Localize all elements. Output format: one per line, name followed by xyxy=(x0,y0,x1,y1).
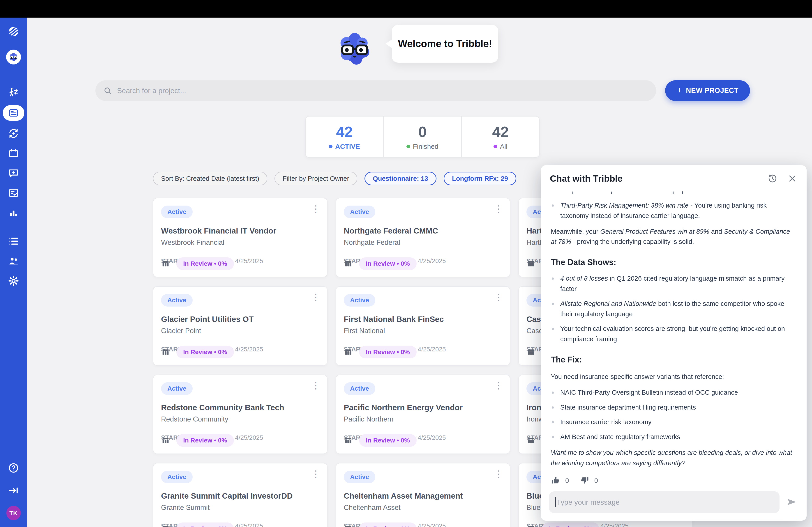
project-search-box[interactable] xyxy=(96,80,656,101)
sidebar-item-chat-ai[interactable] xyxy=(6,166,21,180)
table-icon xyxy=(161,259,170,268)
mascot-avatar[interactable] xyxy=(6,49,21,64)
table-icon xyxy=(344,436,353,445)
project-client: Granite Summit xyxy=(161,503,319,512)
review-status-badge: In Review • 0% xyxy=(176,434,234,447)
sidebar-item-projects-active[interactable] xyxy=(3,105,24,121)
project-card[interactable]: Active ⋮ First National Bank FinSec Firs… xyxy=(336,286,510,366)
chat-close-icon[interactable] xyxy=(787,174,798,184)
status-badge: Active xyxy=(344,471,375,483)
sidebar-item-list[interactable] xyxy=(6,234,21,249)
table-icon xyxy=(526,524,535,527)
project-title: Granite Summit Capital InvestorDD xyxy=(161,492,319,500)
project-card[interactable]: Active ⋮ Redstone Community Bank Tech Re… xyxy=(153,375,328,454)
card-menu-icon[interactable]: ⋮ xyxy=(311,471,320,477)
chat-input-box[interactable] xyxy=(549,492,780,513)
filter-bar: Sort By: Created Date (latest first) Fil… xyxy=(153,172,516,185)
stat-finished[interactable]: 0 Finished xyxy=(383,117,461,157)
chat-history-icon[interactable] xyxy=(767,174,777,184)
welcome-bubble: Welcome to Tribble! xyxy=(392,25,498,63)
sidebar: TK xyxy=(0,18,27,527)
project-title: Cheltenham Asset Management xyxy=(344,492,502,500)
status-badge: Active xyxy=(161,471,193,483)
questionnaire-chip[interactable]: Questionnaire: 13 xyxy=(364,172,436,185)
sign-out-icon[interactable] xyxy=(6,483,21,498)
chat-bullet-item: 4 out of 8 losses in Q1 2026 cited regul… xyxy=(551,273,794,294)
user-avatar[interactable]: TK xyxy=(6,506,21,520)
message-feedback: 0 0 xyxy=(551,474,794,485)
project-card[interactable]: Active ⋮ Northgate Federal CMMC Northgat… xyxy=(336,198,510,277)
review-status-badge: In Review • 0% xyxy=(176,523,234,527)
project-card[interactable]: Active ⋮ Cheltenham Asset Management Che… xyxy=(336,463,510,527)
finished-count: 0 xyxy=(418,123,427,140)
project-client: Glacier Point xyxy=(161,327,319,335)
sidebar-item-users[interactable] xyxy=(6,254,21,268)
sidebar-item-sync[interactable] xyxy=(6,126,21,141)
active-dot xyxy=(329,145,332,148)
review-status-badge: In Review • 0% xyxy=(359,346,417,358)
project-title: Northgate Federal CMMC xyxy=(344,226,502,235)
all-dot xyxy=(494,145,497,148)
project-client: Westbrook Financial xyxy=(161,239,319,246)
chat-bullet-item: Third-Party Risk Management: 38% win rat… xyxy=(551,200,794,221)
status-badge: Active xyxy=(344,382,375,395)
project-card[interactable]: Active ⋮ Glacier Point Utilities OT Glac… xyxy=(153,286,328,366)
thumbs-down-icon[interactable] xyxy=(580,476,589,485)
status-badge: Active xyxy=(344,294,375,306)
search-input[interactable] xyxy=(117,87,613,95)
chat-message-input[interactable] xyxy=(557,498,766,507)
scrolled-text-fragment xyxy=(551,191,794,195)
review-status-badge: In Review • 0% xyxy=(359,257,417,270)
new-project-button[interactable]: + NEW PROJECT xyxy=(665,80,750,101)
review-status-badge: In Review • 0% xyxy=(359,523,417,527)
stat-all[interactable]: 42 All xyxy=(461,117,539,157)
review-status-badge: In Review • 0% xyxy=(176,346,234,358)
status-badge: Active xyxy=(344,206,375,218)
chat-input-bar xyxy=(541,485,807,521)
filter-owner-chip[interactable]: Filter by Project Owner xyxy=(275,172,357,185)
project-card[interactable]: Active ⋮ Pacific Northern Energy Vendor … xyxy=(336,375,510,454)
project-title: Redstone Community Bank Tech xyxy=(161,403,319,412)
project-card[interactable]: Active ⋮ Granite Summit Capital Investor… xyxy=(153,463,328,527)
chat-bullet-item: Allstate Regional and Nationwide both lo… xyxy=(551,299,794,319)
chat-title: Chat with Tribble xyxy=(550,174,767,184)
sidebar-item-settings[interactable] xyxy=(6,274,21,288)
help-icon[interactable] xyxy=(6,461,21,475)
card-menu-icon[interactable]: ⋮ xyxy=(311,295,320,300)
sidebar-item-forms[interactable] xyxy=(6,186,21,200)
mascot-image xyxy=(334,28,376,70)
table-icon xyxy=(161,348,170,357)
project-client: Pacific Northern xyxy=(344,415,502,423)
status-badge: Active xyxy=(161,206,193,218)
thumbs-down-count: 0 xyxy=(594,475,598,485)
chat-bullet-item: Insurance carrier risk taxonomy xyxy=(551,417,794,427)
card-menu-icon[interactable]: ⋮ xyxy=(311,383,320,388)
thumbs-up-icon[interactable] xyxy=(551,476,560,485)
table-icon xyxy=(344,524,353,527)
project-card[interactable]: Active ⋮ Westbrook Financial IT Vendor W… xyxy=(153,198,328,277)
longform-rfx-chip[interactable]: Longform RFx: 29 xyxy=(444,172,516,185)
sidebar-item-analytics[interactable] xyxy=(6,206,21,220)
text-cursor xyxy=(555,497,556,507)
chat-message-area[interactable]: Third-Party Risk Management: 38% win rat… xyxy=(541,188,807,485)
card-menu-icon[interactable]: ⋮ xyxy=(494,383,503,388)
tribble-logo-icon[interactable] xyxy=(6,24,21,39)
review-status-badge: In Review • 0% xyxy=(542,523,599,527)
sort-by-chip[interactable]: Sort By: Created Date (latest first) xyxy=(153,172,267,185)
card-menu-icon[interactable]: ⋮ xyxy=(311,206,320,212)
sidebar-item-handoff[interactable] xyxy=(6,85,21,100)
card-menu-icon[interactable]: ⋮ xyxy=(494,206,503,212)
table-icon xyxy=(344,348,353,357)
send-message-button[interactable] xyxy=(786,496,798,509)
sidebar-item-calendar[interactable] xyxy=(6,146,21,161)
stat-active[interactable]: 42 ACTIVE xyxy=(306,117,383,157)
project-title: Pacific Northern Energy Vendor xyxy=(344,403,502,412)
welcome-text: Welcome to Tribble! xyxy=(398,38,492,49)
chat-paragraph: Want me to show you which specific quest… xyxy=(551,448,794,468)
card-menu-icon[interactable]: ⋮ xyxy=(494,471,503,477)
project-title: Glacier Point Utilities OT xyxy=(161,315,319,324)
table-icon xyxy=(161,524,170,527)
chat-paragraph: You need insurance-specific answer varia… xyxy=(551,372,794,382)
card-menu-icon[interactable]: ⋮ xyxy=(494,295,503,300)
finished-dot xyxy=(406,145,410,148)
